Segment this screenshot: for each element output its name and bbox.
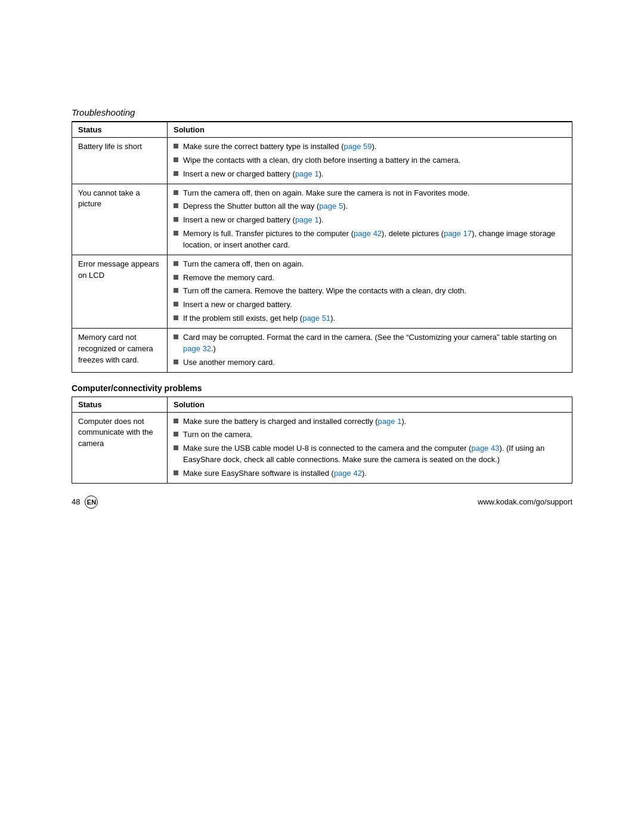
connectivity-table: Status Solution Computer does not commun… (72, 397, 572, 484)
page-number: 48 (72, 497, 80, 506)
table-row: Battery life is short Make sure the corr… (72, 138, 572, 184)
solution-text: Turn the camera off, then on again. Make… (183, 188, 470, 199)
list-item: Memory is full. Transfer pictures to the… (174, 228, 566, 251)
solution-text: Turn the camera off, then on again. (183, 259, 304, 270)
bullet-icon (174, 445, 178, 450)
col-header-solution: Solution (168, 397, 572, 412)
table-row: You cannot take a picture Turn the camer… (72, 184, 572, 255)
solution-text: Turn on the camera. (183, 429, 253, 441)
list-item: Make sure the battery is charged and ins… (174, 416, 566, 428)
list-item: Make sure the correct battery type is in… (174, 141, 566, 153)
bullet-icon (174, 360, 178, 364)
solution-list: Turn the camera off, then on again. Make… (174, 188, 566, 251)
solution-list: Turn the camera off, then on again. Remo… (174, 259, 566, 324)
list-item: Make sure EasyShare software is installe… (174, 468, 566, 479)
solution-text: Make sure the USB cable model U-8 is con… (183, 443, 566, 466)
solution-text: If the problem still exists, get help (p… (183, 313, 335, 324)
page-link[interactable]: page 17 (444, 229, 472, 238)
solution-list: Make sure the battery is charged and ins… (174, 416, 566, 479)
solution-text: Use another memory card. (183, 357, 275, 368)
bullet-icon (174, 288, 178, 293)
bullet-icon (174, 315, 178, 320)
bullet-icon (174, 203, 178, 208)
solution-cell: Turn the camera off, then on again. Make… (168, 184, 572, 255)
solution-cell: Make sure the battery is charged and ins… (168, 412, 572, 483)
connectivity-heading: Computer/connectivity problems (72, 383, 572, 393)
bullet-icon (174, 275, 178, 280)
solution-text: Turn off the camera. Remove the battery.… (183, 286, 466, 297)
solution-text: Remove the memory card. (183, 272, 274, 284)
page-link[interactable]: page 5 (319, 202, 343, 210)
page-link[interactable]: page 51 (302, 314, 330, 323)
list-item: If the problem still exists, get help (p… (174, 313, 566, 324)
table-row: Memory card not recognized or camera fre… (72, 328, 572, 372)
list-item: Card may be corrupted. Format the card i… (174, 332, 566, 355)
solution-list: Make sure the correct battery type is in… (174, 141, 566, 180)
list-item: Make sure the USB cable model U-8 is con… (174, 443, 566, 466)
list-item: Insert a new or charged battery (page 1)… (174, 215, 566, 226)
page-link[interactable]: page 1 (378, 417, 402, 426)
bullet-icon (174, 144, 178, 148)
page-link[interactable]: page 1 (295, 169, 319, 178)
status-cell: Computer does not communicate with the c… (72, 412, 168, 483)
solution-cell: Make sure the correct battery type is in… (168, 138, 572, 184)
list-item: Use another memory card. (174, 357, 566, 368)
solution-text: Insert a new or charged battery (page 1)… (183, 215, 324, 226)
list-item: Depress the Shutter button all the way (… (174, 201, 566, 212)
bullet-icon (174, 261, 178, 266)
list-item: Insert a new or charged battery. (174, 299, 566, 311)
bullet-icon (174, 302, 178, 306)
list-item: Turn the camera off, then on again. Make… (174, 188, 566, 199)
solution-text: Make sure the battery is charged and ins… (183, 416, 406, 428)
solution-text: Make sure EasyShare software is installe… (183, 468, 367, 479)
page-link[interactable]: page 42 (354, 229, 382, 238)
bullet-icon (174, 157, 178, 162)
table-row: Error message appears on LCD Turn the ca… (72, 255, 572, 328)
col-header-status: Status (72, 122, 168, 138)
bullet-icon (174, 217, 178, 222)
col-header-solution: Solution (168, 122, 572, 138)
bullet-icon (174, 432, 178, 436)
bullet-icon (174, 231, 178, 236)
status-cell: Battery life is short (72, 138, 168, 184)
bullet-icon (174, 171, 178, 176)
solution-text: Card may be corrupted. Format the card i… (183, 332, 566, 355)
status-cell: You cannot take a picture (72, 184, 168, 255)
bullet-icon (174, 419, 178, 423)
table-row: Computer does not communicate with the c… (72, 412, 572, 483)
list-item: Remove the memory card. (174, 272, 566, 284)
section-title: Troubleshooting (72, 107, 572, 117)
list-item: Turn off the camera. Remove the battery.… (174, 286, 566, 297)
col-header-status: Status (72, 397, 168, 412)
status-cell: Error message appears on LCD (72, 255, 168, 328)
list-item: Turn on the camera. (174, 429, 566, 441)
page-link[interactable]: page 43 (471, 444, 499, 453)
page-link[interactable]: page 42 (334, 469, 362, 478)
list-item: Wipe the contacts with a clean, dry clot… (174, 155, 566, 166)
bullet-icon (174, 190, 178, 195)
bullet-icon (174, 470, 178, 475)
footer-left: 48 EN (72, 496, 98, 509)
solution-text: Insert a new or charged battery (page 1)… (183, 169, 324, 180)
list-item: Turn the camera off, then on again. (174, 259, 566, 270)
page-footer: 48 EN www.kodak.com/go/support (72, 496, 572, 509)
solution-list: Card may be corrupted. Format the card i… (174, 332, 566, 368)
page-link[interactable]: page 32 (183, 344, 211, 353)
solution-cell: Turn the camera off, then on again. Remo… (168, 255, 572, 328)
list-item: Insert a new or charged battery (page 1)… (174, 169, 566, 180)
solution-text: Insert a new or charged battery. (183, 299, 292, 311)
solution-text: Wipe the contacts with a clean, dry clot… (183, 155, 460, 166)
page-link[interactable]: page 59 (344, 142, 372, 151)
solution-text: Depress the Shutter button all the way (… (183, 201, 348, 212)
footer-website: www.kodak.com/go/support (478, 497, 572, 506)
solution-text: Make sure the correct battery type is in… (183, 141, 376, 153)
bullet-icon (174, 335, 178, 339)
troubleshooting-table: Status Solution Battery life is short Ma… (72, 122, 572, 373)
en-badge: EN (85, 496, 98, 509)
page-link[interactable]: page 1 (295, 215, 319, 224)
status-cell: Memory card not recognized or camera fre… (72, 328, 168, 372)
solution-text: Memory is full. Transfer pictures to the… (183, 228, 566, 251)
solution-cell: Card may be corrupted. Format the card i… (168, 328, 572, 372)
